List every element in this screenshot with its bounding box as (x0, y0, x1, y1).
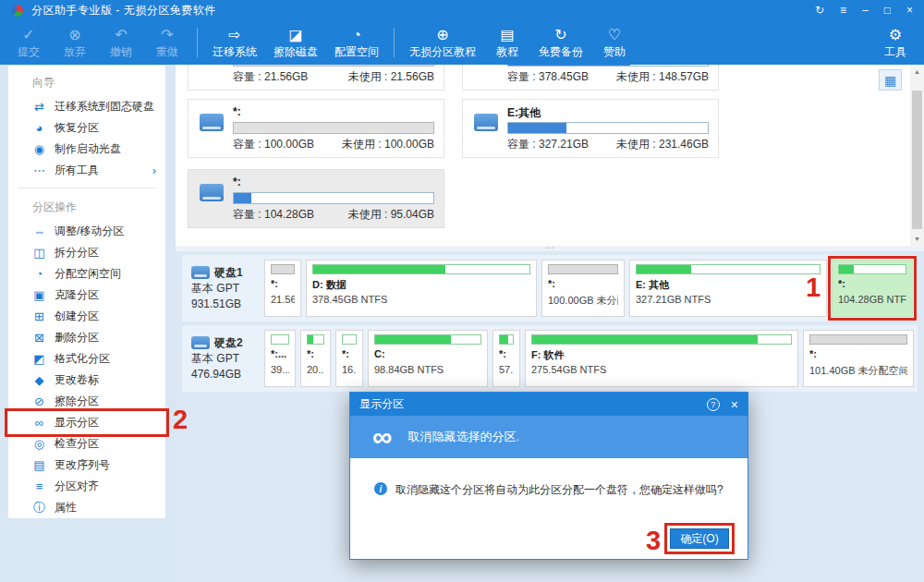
sidebar-item-change-label[interactable]: ◆ 更改卷标 (8, 370, 165, 391)
sidebar-item-make-bootable-disc[interactable]: ◉ 制作启动光盘 (8, 139, 165, 160)
drive-arrow-icon: ⇨ (228, 26, 240, 43)
sidebar-section-partition-ops: 分区操作 (8, 190, 165, 221)
unused-label: 未使用 : 148.57GB (616, 69, 709, 84)
scrollbar-thumb[interactable] (912, 91, 922, 229)
disk1-partition-hidden-21gb[interactable]: *: 21.56... (264, 260, 301, 317)
usage-bar (312, 264, 530, 274)
disk1-partition-e-other[interactable]: E: 其他 327.21GB NTFS (629, 260, 827, 317)
dialog-close-button[interactable]: × (731, 397, 738, 412)
sidebar-item-show-partition[interactable]: ∞ 显示分区 (8, 412, 165, 433)
partition-card-d-data[interactable]: 容量 : 378.45GB 未使用 : 148.57GB (462, 65, 719, 91)
partition-card-e-other[interactable]: E:其他 容量 : 327.21GB 未使用 : 231.46GB (462, 99, 719, 158)
view-toggle-button[interactable]: ▦ (879, 69, 902, 91)
annotation-step-1: 1 (806, 274, 821, 301)
clone-icon: ▣ (32, 288, 46, 302)
usage-bar (507, 65, 709, 67)
sidebar-item-recover-partition[interactable]: ◕ 恢复分区 (8, 117, 165, 139)
disk1-partition-unallocated-100gb[interactable]: *: 100.00GB 未分配... (541, 260, 625, 317)
clock-pie-icon: ◔ (32, 267, 46, 281)
disk2-partition-3[interactable]: *: 16... (335, 330, 363, 387)
disk1-partition-hidden-104gb-selected[interactable]: *: 104.28GB NTFS (832, 260, 913, 317)
sidebar-item-delete-partition[interactable]: ⊠ 删除分区 (8, 327, 165, 348)
glasses-icon: ∞ (32, 416, 46, 430)
unused-label: 未使用 : 95.04GB (348, 207, 434, 222)
partition-card-hidden-21gb[interactable]: 容量 : 21.56GB 未使用 : 21.56GB (188, 65, 444, 91)
usage-bar (507, 122, 709, 134)
annotation-step-3: 3 (646, 527, 661, 554)
ok-button[interactable]: 确定(O) (670, 528, 729, 549)
usage-bar (233, 65, 434, 67)
redo-button[interactable]: ↷ 重做 (144, 22, 190, 63)
scroll-up-icon[interactable]: ▲ (910, 65, 924, 79)
drive-icon (200, 184, 224, 201)
maximize-button[interactable]: □ (884, 4, 891, 17)
disk2-partition-f-software[interactable]: F: 软件 275.54GB NTFS (525, 330, 798, 387)
scroll-down-icon[interactable]: ▼ (910, 232, 924, 246)
sidebar-item-wipe-partition[interactable]: ⊘ 擦除分区 (8, 391, 165, 412)
dialog-body: i 取消隐藏这个分区将自动为此分区分配一个盘符，您确定这样做吗? 确定(O) (350, 458, 748, 559)
disk2-partition-1[interactable]: *:... 39... (264, 330, 296, 387)
serial-123-icon: ▤ (32, 458, 46, 472)
sidebar-item-format-partition[interactable]: ◩ 格式化分区 (8, 348, 165, 370)
capacity-label: 容量 : 104.28GB (233, 207, 314, 222)
sponsor-button[interactable]: ♡ 赞助 (591, 22, 638, 63)
disk1-partition-d-data[interactable]: D: 数据 378.45GB NTFS (306, 260, 537, 317)
drive-eraser-icon: ◪ (288, 26, 302, 43)
disk2-partition-c[interactable]: C: 98.84GB NTFS (368, 330, 488, 387)
drive-icon (200, 114, 224, 131)
book-icon: ▤ (500, 26, 514, 43)
sidebar: 向导 ⇄ 迁移系统到固态硬盘 ◕ 恢复分区 ◉ 制作启动光盘 ⋯ 所有工具 › … (7, 65, 166, 519)
sidebar-item-split-partition[interactable]: ◫ 拆分分区 (8, 242, 165, 263)
wipe-icon: ⊘ (32, 394, 46, 408)
toolbar-separator (394, 28, 395, 57)
sidebar-item-create-partition[interactable]: ⊞ 创建分区 (8, 306, 165, 327)
sidebar-item-clone-partition[interactable]: ▣ 克隆分区 (8, 285, 165, 306)
disk-type: 基本 GPT (191, 281, 260, 297)
partition-card-hidden-100gb[interactable]: *: 容量 : 100.00GB 未使用 : 100.00GB (188, 99, 444, 158)
migrate-system-button[interactable]: ⇨ 迁移系统 (204, 22, 265, 63)
refresh-button[interactable]: ↻ (815, 4, 824, 17)
wrench-icon: ⚙ (889, 26, 902, 43)
submit-button[interactable]: ✓ 提交 (6, 22, 52, 63)
disk2-row: 硬盘2 基本 GPT 476.94GB *:... 39... *: 20...… (182, 325, 918, 392)
disk2-partition-2[interactable]: *: 20... (300, 330, 331, 387)
disk2-partition-unallocated-101gb[interactable]: *: 101.40GB 未分配空间 (803, 330, 914, 387)
sidebar-item-all-tools[interactable]: ⋯ 所有工具 › (8, 160, 165, 181)
resize-arrows-icon: ⇔ (32, 224, 46, 238)
sidebar-item-partition-alignment[interactable]: ≡ 分区对齐 (8, 476, 165, 497)
menu-button[interactable]: ≡ (840, 4, 846, 17)
configure-space-button[interactable]: ◔ 配置空间 (326, 22, 387, 63)
pie-clock-icon: ◔ (352, 26, 361, 43)
close-button[interactable]: × (906, 4, 913, 17)
dialog-title: 显示分区 (359, 396, 404, 412)
sidebar-item-check-partition[interactable]: ◎ 检查分区 (8, 433, 165, 455)
erase-disk-button[interactable]: ◪ 擦除磁盘 (265, 22, 326, 63)
disk2-partition-5[interactable]: *: 57... (492, 330, 520, 387)
tutorial-button[interactable]: ▤ 教程 (484, 22, 530, 63)
usage-bar (233, 192, 434, 204)
vertical-scrollbar[interactable]: ▲ ▼ (910, 65, 924, 246)
window-title: 分区助手专业版 - 无损分区免费软件 (31, 3, 216, 18)
partition-tutorial-button[interactable]: ⊕ 无损分区教程 (401, 22, 484, 63)
sidebar-item-resize-move-partition[interactable]: ⇔ 调整/移动分区 (8, 221, 165, 242)
undo-button[interactable]: ↶ 撤销 (98, 22, 144, 63)
partition-card-hidden-104gb[interactable]: *: 容量 : 104.28GB 未使用 : 95.04GB (188, 169, 444, 228)
sidebar-item-change-serial-number[interactable]: ▤ 更改序列号 (8, 455, 165, 476)
sidebar-item-allocate-free-space[interactable]: ◔ 分配空闲空间 (8, 263, 165, 285)
tools-button[interactable]: ⚙ 工具 (872, 22, 918, 63)
dialog-banner-text: 取消隐藏选择的分区. (407, 429, 519, 445)
minimize-button[interactable]: – (862, 4, 869, 17)
sidebar-item-properties[interactable]: ⓘ 属性 (8, 497, 165, 518)
dialog-help-button[interactable]: ? (707, 398, 720, 411)
usage-bar (271, 264, 295, 274)
info-icon: i (374, 482, 387, 495)
free-backup-button[interactable]: ↻ 免费备份 (530, 22, 591, 63)
shield-plus-icon: ⊕ (436, 26, 448, 43)
check-icon: ✓ (22, 26, 34, 43)
trash-icon: ⊠ (32, 331, 46, 345)
tag-icon: ◆ (32, 373, 46, 387)
sidebar-item-migrate-os-to-ssd[interactable]: ⇄ 迁移系统到固态硬盘 (8, 96, 165, 117)
sidebar-section-wizard: 向导 (8, 66, 165, 96)
migrate-icon: ⇄ (32, 100, 46, 114)
discard-button[interactable]: ⊗ 放弃 (52, 22, 98, 63)
